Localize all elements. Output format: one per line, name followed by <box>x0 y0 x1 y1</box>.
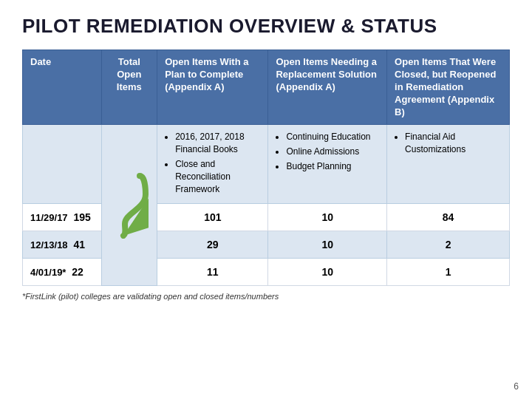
row3-needing: 10 <box>268 259 387 286</box>
bullet-closed-cell: Financial Aid Customizations <box>387 125 510 204</box>
header-closed: Open Items That Were Closed, but Reopene… <box>387 50 510 125</box>
needing-bullet-2: Online Admissions <box>286 146 379 158</box>
row3-closed: 1 <box>387 259 510 286</box>
header-date: Date <box>23 50 102 125</box>
header-total: Total Open Items <box>101 50 157 125</box>
page-title: PILOT REMEDIATION OVERVIEW & STATUS <box>22 15 510 38</box>
closed-bullet-1: Financial Aid Customizations <box>405 131 502 156</box>
bullet-date-cell <box>23 125 102 204</box>
table-row: 4/01/19* 22 11 10 1 <box>23 259 510 286</box>
row1-needing: 10 <box>268 204 387 231</box>
arrow-wrapper <box>109 172 150 239</box>
header-plan: Open Items With a Plan to Complete (Appe… <box>157 50 268 125</box>
plan-bullet-1: 2016, 2017, 2018 Financial Books <box>175 131 260 156</box>
row2-closed: 2 <box>387 231 510 259</box>
row2-needing: 10 <box>268 231 387 259</box>
arrow-cell <box>101 125 157 286</box>
row1-date: 11/29/17 195 <box>23 204 102 231</box>
bullet-plan-cell: 2016, 2017, 2018 Financial Books Close a… <box>157 125 268 204</box>
table-row: 11/29/17 195 101 10 84 <box>23 204 510 231</box>
bullet-row: 2016, 2017, 2018 Financial Books Close a… <box>23 125 510 204</box>
plan-bullet-2: Close and Reconciliation Framework <box>175 158 260 195</box>
row2-date: 12/13/18 41 <box>23 231 102 259</box>
needing-bullet-1: Continuing Education <box>286 131 379 143</box>
overview-table: Date Total Open Items Open Items With a … <box>22 50 510 286</box>
header-needing: Open Items Needing a Replacement Solutio… <box>268 50 387 125</box>
needing-bullet-3: Budget Planning <box>286 160 379 173</box>
table-wrapper: Date Total Open Items Open Items With a … <box>22 50 510 388</box>
row2-plan: 29 <box>157 231 268 259</box>
plan-bullet-list: 2016, 2017, 2018 Financial Books Close a… <box>165 131 260 195</box>
footnote: *FirstLink (pilot) colleges are validati… <box>22 292 510 301</box>
row3-date: 4/01/19* 22 <box>23 259 102 286</box>
needing-bullet-list: Continuing Education Online Admissions B… <box>276 131 379 172</box>
bullet-needing-cell: Continuing Education Online Admissions B… <box>268 125 387 204</box>
green-arrow-icon <box>110 172 149 239</box>
closed-bullet-list: Financial Aid Customizations <box>395 131 502 156</box>
page-number: 6 <box>514 381 519 392</box>
row1-closed: 84 <box>387 204 510 231</box>
row1-plan: 101 <box>157 204 268 231</box>
page: PILOT REMEDIATION OVERVIEW & STATUS Date… <box>0 0 532 399</box>
table-row: 12/13/18 41 29 10 2 <box>23 231 510 259</box>
row3-plan: 11 <box>157 259 268 286</box>
